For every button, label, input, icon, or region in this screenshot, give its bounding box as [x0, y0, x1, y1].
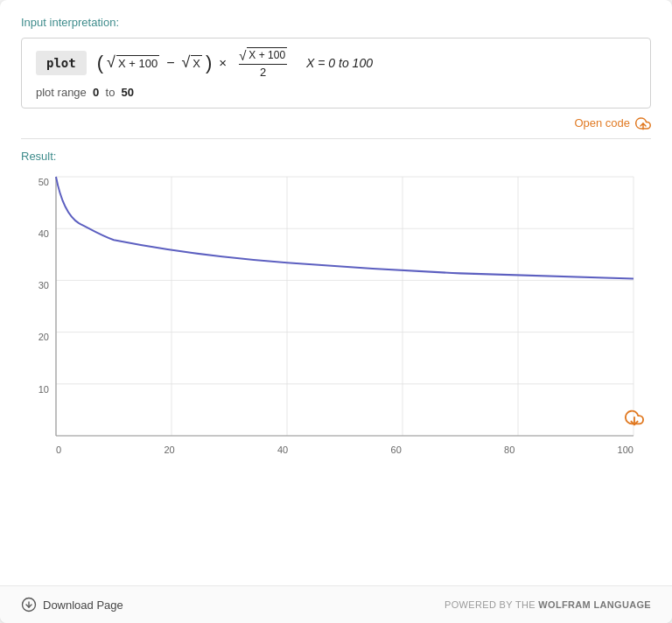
- section-divider: [21, 138, 651, 139]
- footer: Download Page POWERED BY THE WOLFRAM LAN…: [0, 585, 672, 623]
- result-label: Result:: [21, 150, 651, 163]
- x-label-20: 20: [164, 444, 174, 455]
- times-sign: ×: [219, 55, 227, 70]
- sqrt-x100: X + 100: [107, 53, 159, 72]
- chart-container: 50 40 30 20 10: [21, 170, 651, 467]
- x-axis-labels: 0 20 40 60 80 100: [56, 439, 634, 467]
- y-axis-labels: 50 40 30 20 10: [21, 177, 54, 436]
- open-code-label: Open code: [574, 116, 630, 130]
- y-label-20: 20: [21, 332, 54, 342]
- x-range: X = 0 to 100: [306, 56, 373, 70]
- chart-svg-area: [56, 177, 634, 436]
- x-label-100: 100: [618, 444, 634, 455]
- minus-sign: −: [166, 55, 174, 71]
- open-code-row: Open code: [21, 116, 651, 131]
- right-paren: ): [206, 53, 212, 73]
- open-code-button[interactable]: Open code: [574, 116, 651, 131]
- formula-row: plot ( X + 100 − X ): [36, 47, 636, 79]
- download-page-button[interactable]: Download Page: [21, 597, 123, 612]
- cloud-upload-icon: [635, 116, 651, 131]
- input-interpretation-label: Input interpretation:: [21, 16, 651, 29]
- fraction-numerator: X + 100: [239, 47, 287, 65]
- formula-expression: ( X + 100 − X ) ×: [97, 47, 292, 79]
- y-label-40: 40: [21, 228, 54, 239]
- y-label-10: 10: [21, 384, 54, 395]
- x-label-0: 0: [56, 444, 61, 455]
- input-box: plot ( X + 100 − X ): [21, 38, 651, 108]
- plot-keyword: plot: [36, 51, 87, 75]
- fraction: X + 100 2: [239, 47, 287, 79]
- download-page-label: Download Page: [43, 598, 123, 612]
- fraction-denominator: 2: [260, 65, 266, 79]
- chart-svg: [56, 177, 634, 436]
- sqrt-x: X: [181, 53, 202, 72]
- powered-by: POWERED BY THE WOLFRAM LANGUAGE: [444, 599, 651, 610]
- download-circle-icon: [21, 597, 37, 612]
- x-label-40: 40: [277, 444, 288, 455]
- left-paren: (: [97, 53, 103, 73]
- plot-range-row: plot range 0 to 50: [36, 86, 636, 99]
- y-label-30: 30: [21, 280, 54, 290]
- chart-cloud-download-button[interactable]: [625, 408, 644, 430]
- x-label-80: 80: [504, 444, 514, 455]
- y-label-50: 50: [21, 177, 54, 187]
- chart-curve: [56, 177, 634, 278]
- cloud-download-icon: [625, 408, 644, 427]
- x-label-60: 60: [391, 444, 402, 455]
